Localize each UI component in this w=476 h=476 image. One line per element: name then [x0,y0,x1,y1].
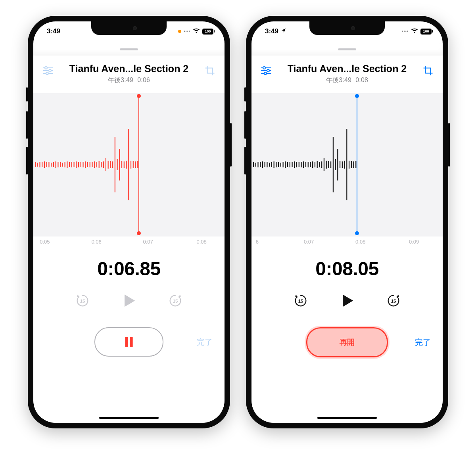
time-tick: 0:08 [355,239,365,245]
phone-frame-left: 3:49 •••• 100 [28,16,230,428]
play-button[interactable] [118,290,140,311]
cellular-dots-icon: •••• [184,29,190,33]
skip-forward-15-button[interactable]: 15 [386,293,401,309]
status-time: 3:49 [47,27,60,35]
status-time: 3:49 [265,27,278,35]
time-tick: 0:06 [91,239,101,245]
transport-controls: 15 15 [33,290,225,311]
time-axis: 0:050:060:070:08 [33,236,225,248]
location-icon [281,27,286,35]
play-button[interactable] [336,290,358,311]
time-tick: 0:05 [40,239,50,245]
wifi-icon [411,27,418,35]
svg-point-1 [45,67,47,69]
waveform-view[interactable] [251,93,443,236]
notch [91,21,167,35]
svg-text:15: 15 [80,299,85,303]
notch [309,21,385,35]
time-tick: 6 [256,239,259,245]
transport-controls: 15 15 [251,290,443,311]
svg-point-59 [267,69,269,72]
time-tick: 0:07 [304,239,314,245]
svg-text:15: 15 [173,299,178,303]
elapsed-time: 0:08.05 [251,258,443,280]
waveform-view[interactable] [33,93,225,236]
pause-icon [123,336,134,348]
phone-frame-right: 3:49 •••• 100 [246,16,448,428]
svg-rect-54 [125,337,128,347]
skip-back-15-button[interactable]: 15 [293,293,309,309]
svg-point-57 [263,67,265,69]
trim-crop-icon[interactable] [421,63,435,76]
recording-header: Tianfu Aven...le Section 2 午後3:490:06 [33,56,225,87]
time-tick: 0:09 [409,239,419,245]
recording-header: Tianfu Aven...le Section 2 午後3:490:08 [251,56,443,87]
settings-sliders-icon[interactable] [259,63,273,76]
time-tick: 0:07 [143,239,153,245]
resume-label: 再開 [340,337,355,347]
resume-recording-button[interactable]: 再開 [306,327,388,357]
recording-subtitle: 午後3:490:06 [55,76,203,84]
recording-subtitle: 午後3:490:08 [273,76,421,84]
done-button[interactable]: 完了 [415,337,431,348]
svg-text:15: 15 [391,299,396,303]
screen: 3:49 •••• 100 [33,21,225,423]
svg-point-5 [46,72,48,75]
playhead[interactable] [138,96,139,234]
sheet-grabber[interactable] [251,43,443,56]
playhead[interactable] [357,96,357,234]
screen: 3:49 •••• 100 [251,21,443,423]
trim-crop-icon[interactable] [203,63,217,76]
sheet-grabber[interactable] [33,43,225,56]
home-indicator[interactable] [99,417,159,419]
home-indicator[interactable] [317,417,377,419]
battery-icon: 100 [202,29,213,35]
svg-point-61 [264,72,267,75]
cellular-dots-icon: •••• [402,29,409,33]
battery-icon: 100 [420,29,432,35]
svg-point-3 [49,69,51,72]
done-button[interactable]: 完了 [197,337,213,347]
settings-sliders-icon[interactable] [41,63,55,76]
time-axis: 60:070:080:09 [251,236,443,248]
svg-rect-55 [130,337,133,347]
svg-text:15: 15 [298,299,303,303]
skip-back-15-button[interactable]: 15 [75,293,90,309]
time-tick: 0:08 [197,239,207,245]
elapsed-time: 0:06.85 [33,258,225,280]
recording-title[interactable]: Tianfu Aven...le Section 2 [55,63,203,75]
skip-forward-15-button[interactable]: 15 [167,293,183,309]
recording-dot-icon [178,30,181,33]
recording-title[interactable]: Tianfu Aven...le Section 2 [273,63,421,75]
pause-recording-button[interactable] [94,327,163,357]
wifi-icon [193,27,200,35]
